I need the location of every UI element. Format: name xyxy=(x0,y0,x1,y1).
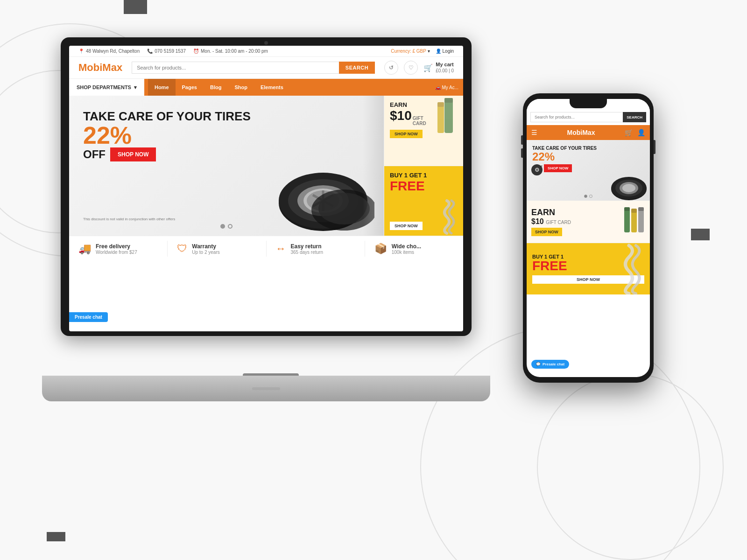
delivery-text: Free delivery Worldwide from $27 xyxy=(96,243,137,255)
svg-rect-14 xyxy=(437,102,444,107)
phone-gift-label: GIFT CARD xyxy=(546,220,571,225)
login-label: Login xyxy=(443,49,454,54)
phone-icon: 📞 xyxy=(147,49,153,54)
nav-link-home[interactable]: Home xyxy=(148,79,176,96)
logo-prefix: Mobi xyxy=(78,62,102,73)
return-text: Easy return 365 days return xyxy=(291,243,324,255)
laptop-device: 📍 48 Walwyn Rd, Chapelton 📞 070 5159 153… xyxy=(61,37,481,401)
feature-warranty: 🛡 Warranty Up to 2 years xyxy=(168,241,266,257)
phone-tire-image xyxy=(608,154,650,201)
search-input[interactable] xyxy=(132,62,339,74)
phone-search-input[interactable] xyxy=(530,112,623,122)
svg-rect-12 xyxy=(444,98,453,103)
tire-image xyxy=(272,119,374,236)
hero-discount: 22% xyxy=(83,123,251,147)
phone-dot-1[interactable] xyxy=(584,195,587,198)
hero-dots xyxy=(220,224,233,229)
currency-value: £ GBP xyxy=(412,49,426,54)
hero-shop-now-button[interactable]: SHOP NOW xyxy=(110,147,156,161)
earn-shop-now-button[interactable]: SHOP NOW xyxy=(390,130,423,138)
oil-bottles-mini xyxy=(435,96,463,166)
feature-delivery: 🚚 Free delivery Worldwide from $27 xyxy=(69,241,168,257)
hero-sidebar: EARN $10 GIFTCARD xyxy=(384,96,463,236)
phone-device: ⚙ SEARCH ☰ MobiMax 🛒 👤 TAKE CARE OF YOUR… xyxy=(523,93,654,383)
cart-text: My cart £0.00 | 0 xyxy=(436,62,454,73)
presale-chat-button[interactable]: Presale chat xyxy=(69,312,108,322)
dot-2[interactable] xyxy=(228,224,233,229)
phone-screen: ⚙ SEARCH ☰ MobiMax 🛒 👤 TAKE CARE OF YOUR… xyxy=(527,99,650,377)
cart-price: £0.00 | 0 xyxy=(436,68,454,74)
dot-1[interactable] xyxy=(220,224,225,229)
oil-gradient xyxy=(363,96,384,236)
feature-wide: 📦 Wide cho... 100k items xyxy=(365,241,463,257)
decorative-rect-1 xyxy=(124,0,147,14)
warranty-sub: Up to 2 years xyxy=(192,250,219,255)
person-icon: 👤 xyxy=(436,49,441,54)
svg-rect-21 xyxy=(624,207,630,211)
svg-rect-20 xyxy=(624,209,630,232)
search-button[interactable]: SEARCH xyxy=(339,62,375,74)
svg-rect-22 xyxy=(631,211,637,232)
wishlist-button[interactable]: ♡ xyxy=(404,61,418,75)
phone-user-icon[interactable]: 👤 xyxy=(637,129,645,136)
search-bar: SEARCH xyxy=(132,62,375,74)
my-cart-label: My cart xyxy=(436,62,454,68)
my-account-button[interactable]: 🚗 My Ac... xyxy=(435,85,458,90)
nav-link-shop[interactable]: Shop xyxy=(228,79,254,96)
wide-text: Wide cho... 100k items xyxy=(392,243,421,255)
topbar-phone: 070 5159 1537 xyxy=(155,49,186,54)
buy-shop-now-button[interactable]: SHOP NOW xyxy=(390,222,423,230)
delivery-title: Free delivery xyxy=(96,243,137,250)
power-button xyxy=(654,140,655,154)
hero-main: TAKE CARE OF YOUR TIRES 22% OFF SHOP NOW… xyxy=(69,96,384,236)
nav-link-pages[interactable]: Pages xyxy=(176,79,204,96)
phone-hero-shop-btn[interactable]: SHOP NOW xyxy=(544,164,572,172)
nav-link-elements[interactable]: Elements xyxy=(254,79,290,96)
svg-point-10 xyxy=(318,193,370,224)
phone-search-button[interactable]: SEARCH xyxy=(623,112,646,122)
phone-notch xyxy=(570,99,607,108)
cart-button[interactable]: 🛒 My cart £0.00 | 0 xyxy=(423,62,454,73)
svg-point-19 xyxy=(622,184,635,192)
site-nav: SHOP DEPARTMENTS ▾ Home Pages Blog Shop … xyxy=(69,79,463,96)
svg-rect-24 xyxy=(638,209,644,232)
site-header: MobiMax SEARCH ↺ ♡ 🛒 My cart £0.00 | 0 xyxy=(69,57,463,79)
phone-presale-button[interactable]: 💬 Presale chat xyxy=(531,360,569,369)
phone-spring xyxy=(610,243,648,294)
site-logo: MobiMax xyxy=(78,62,122,74)
shop-departments-button[interactable]: SHOP DEPARTMENTS ▾ xyxy=(69,79,144,96)
phone-cart-icon[interactable]: 🛒 xyxy=(625,129,633,136)
svg-rect-11 xyxy=(444,100,453,133)
phone-earn-section: EARN $10 GIFT CARD SHOP NOW xyxy=(527,201,650,243)
chat-icon: 💬 xyxy=(536,362,541,366)
logo-suffix: Max xyxy=(102,62,122,73)
phone-dot-2[interactable] xyxy=(589,195,592,198)
shop-dept-label: SHOP DEPARTMENTS xyxy=(77,84,131,90)
phone-gear-icon[interactable]: ⚙ xyxy=(531,164,543,175)
phone-header: ☰ MobiMax 🛒 👤 xyxy=(527,125,650,140)
nav-link-blog[interactable]: Blog xyxy=(204,79,228,96)
laptop-trackpad xyxy=(252,387,280,390)
refresh-button[interactable]: ↺ xyxy=(384,61,398,75)
laptop-camera xyxy=(264,41,268,45)
header-icons: ↺ ♡ 🛒 My cart £0.00 | 0 xyxy=(384,61,454,75)
hours-info: ⏰ Mon. - Sat. 10:00 am - 20:00 pm xyxy=(193,49,268,54)
currency-selector[interactable]: Currency: £ GBP ▾ xyxy=(391,49,430,54)
laptop-base xyxy=(42,376,490,401)
nav-links: Home Pages Blog Shop Elements xyxy=(144,79,290,96)
vol-up-button xyxy=(521,135,523,145)
hero-content: TAKE CARE OF YOUR TIRES 22% OFF SHOP NOW xyxy=(83,110,251,161)
hero-section: TAKE CARE OF YOUR TIRES 22% OFF SHOP NOW… xyxy=(69,96,463,236)
decorative-rect-2 xyxy=(47,532,65,541)
feature-return: ↔ Easy return 365 days return xyxy=(267,241,365,257)
return-icon: ↔ xyxy=(276,243,286,255)
login-button[interactable]: 👤 Login xyxy=(436,49,454,54)
laptop-screen-outer: 📍 48 Walwyn Rd, Chapelton 📞 070 5159 153… xyxy=(61,37,472,336)
decorative-rect-3 xyxy=(691,229,710,240)
hamburger-icon[interactable]: ☰ xyxy=(531,129,537,136)
phone-earn-btn[interactable]: SHOP NOW xyxy=(531,228,562,236)
return-title: Easy return xyxy=(291,243,324,250)
topbar-info-group: 📍 48 Walwyn Rd, Chapelton 📞 070 5159 153… xyxy=(78,49,268,54)
wide-icon: 📦 xyxy=(374,243,387,255)
topbar-address: 48 Walwyn Rd, Chapelton xyxy=(86,49,140,54)
